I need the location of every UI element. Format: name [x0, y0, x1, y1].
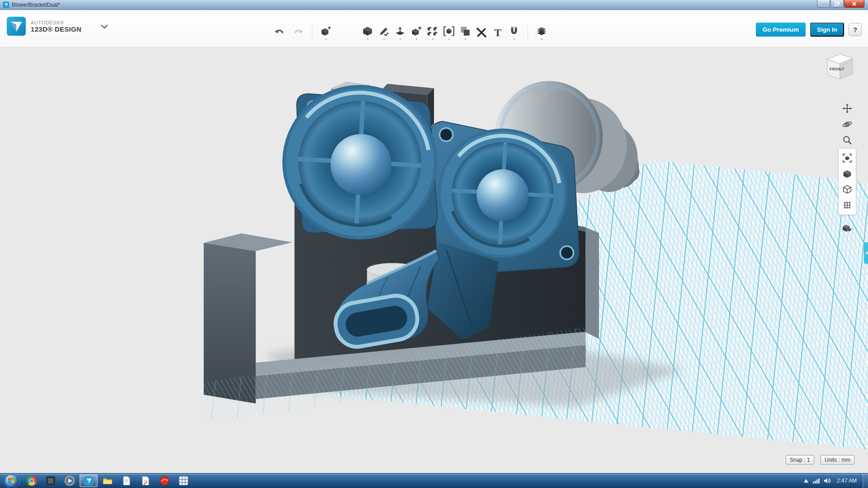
- grid-icon: [842, 200, 852, 210]
- windows-flag-icon: [8, 478, 15, 484]
- snap-tool-button[interactable]: [506, 23, 522, 42]
- undo-icon: [274, 27, 285, 38]
- viewport-canvas[interactable]: FRONT: [0, 48, 868, 473]
- brand-text: AUTODESK® 123D® DESIGN: [31, 20, 81, 33]
- text-tool-button[interactable]: T: [490, 23, 506, 42]
- close-icon: [852, 1, 857, 6]
- pan-icon: [842, 103, 852, 113]
- sketch-tool-button[interactable]: [376, 23, 392, 42]
- material-edit-tool[interactable]: [841, 222, 854, 235]
- grouping-icon: [443, 25, 455, 37]
- combine-tool-button[interactable]: [457, 23, 473, 42]
- shaded-view-tool[interactable]: [841, 168, 854, 180]
- view-settings-panel: [838, 148, 856, 215]
- pattern-tool-button[interactable]: [425, 23, 441, 42]
- taskbar-123d-design-icon[interactable]: [80, 474, 98, 487]
- measure-tool-button[interactable]: [473, 23, 490, 42]
- brand-123d-design: 123D® DESIGN: [31, 25, 81, 33]
- panel-edge-handle[interactable]: [864, 242, 868, 264]
- taskbar-clock[interactable]: 2:47 AM: [835, 478, 859, 484]
- taskbar-notepad-icon[interactable]: [118, 474, 136, 487]
- construct-icon: [394, 25, 406, 37]
- close-button[interactable]: [844, 0, 864, 8]
- redo-button[interactable]: [290, 23, 307, 42]
- app-toolbar: AUTODESK® 123D® DESIGN: [0, 10, 868, 47]
- zoom-fit-tool[interactable]: [841, 152, 854, 164]
- window-title: BlowerBracketDual*: [12, 2, 60, 8]
- show-desktop-button[interactable]: [863, 474, 868, 488]
- window-titlebar: BlowerBracketDual*: [0, 0, 868, 10]
- minimize-button[interactable]: [817, 0, 830, 8]
- snap-setting[interactable]: Snap : 1: [786, 455, 814, 465]
- go-premium-button[interactable]: Go Premium: [756, 23, 806, 37]
- main-menu-chevron-icon[interactable]: [99, 21, 109, 31]
- shaded-cube-icon: [842, 169, 852, 179]
- taskbar-windows-explorer-icon[interactable]: [99, 474, 117, 487]
- snap-magnet-icon: [508, 25, 520, 37]
- transform-icon: [320, 25, 332, 37]
- taskbar: 2:47 AM: [0, 473, 868, 488]
- taskbar-wordpad-icon[interactable]: [137, 474, 155, 487]
- taskbar-chrome-icon[interactable]: [23, 474, 41, 487]
- taskbar-browser-icon[interactable]: [156, 474, 174, 487]
- pan-tool[interactable]: [841, 102, 854, 115]
- start-button[interactable]: [5, 474, 19, 488]
- maximize-button[interactable]: [830, 0, 844, 8]
- outline-view-tool[interactable]: [841, 183, 854, 196]
- viewcube[interactable]: FRONT: [822, 50, 856, 84]
- zoom-fit-icon: [842, 153, 852, 163]
- taskbar-grid-app-icon[interactable]: [175, 474, 193, 487]
- network-icon[interactable]: [812, 478, 820, 484]
- transform-tool-button[interactable]: [318, 23, 334, 42]
- sign-in-button[interactable]: Sign In: [810, 23, 844, 37]
- brand-block: AUTODESK® 123D® DESIGN: [6, 16, 109, 36]
- construct-tool-button[interactable]: [392, 23, 408, 42]
- main-tools: T: [271, 21, 550, 44]
- outline-cube-icon: [842, 184, 852, 194]
- units-setting[interactable]: Units : mm: [821, 455, 854, 465]
- pattern-icon: [427, 25, 439, 37]
- undo-button[interactable]: [271, 23, 288, 42]
- header-actions: Go Premium Sign In ?: [756, 23, 862, 37]
- restore-icon: [835, 1, 840, 6]
- help-button[interactable]: ?: [849, 23, 862, 36]
- material-edit-icon: [842, 223, 852, 233]
- system-tray: 2:47 AM: [804, 474, 868, 488]
- taskbar-media-player-icon[interactable]: [61, 474, 79, 487]
- hidden-icons-chevron[interactable]: [804, 479, 808, 483]
- taskbar-dark-app-icon[interactable]: [42, 474, 60, 487]
- orbit-icon: [842, 119, 852, 129]
- minimize-icon: [821, 2, 826, 6]
- primitives-icon: [362, 25, 373, 37]
- grid-settings-tool[interactable]: [841, 199, 854, 211]
- app-window-icon: [3, 1, 9, 8]
- material-tool-button[interactable]: [533, 23, 550, 42]
- text-tool-glyph: T: [494, 27, 501, 38]
- primitives-tool-button[interactable]: [359, 23, 376, 42]
- sketch-pencil-icon: [378, 25, 390, 37]
- modify-icon: [410, 25, 422, 37]
- 123d-logo-icon: [6, 16, 26, 36]
- orbit-tool[interactable]: [841, 118, 854, 131]
- modify-tool-button[interactable]: [408, 23, 425, 42]
- screen: BlowerBracketDual*: [0, 0, 868, 488]
- measure-icon: [476, 27, 487, 38]
- magnifier-icon: [842, 135, 852, 145]
- redo-icon: [292, 27, 304, 38]
- left-blower-fan[interactable]: [282, 82, 437, 240]
- toolbar-separator: [312, 24, 312, 41]
- volume-icon[interactable]: [824, 478, 831, 484]
- grouping-tool-button[interactable]: [441, 23, 457, 42]
- viewport-3d[interactable]: [0, 48, 868, 473]
- zoom-tool[interactable]: [841, 134, 854, 146]
- material-layers-icon: [536, 25, 547, 37]
- toolbar-separator: [528, 24, 528, 41]
- combine-icon: [459, 25, 471, 37]
- brand-autodesk: AUTODESK®: [31, 20, 81, 25]
